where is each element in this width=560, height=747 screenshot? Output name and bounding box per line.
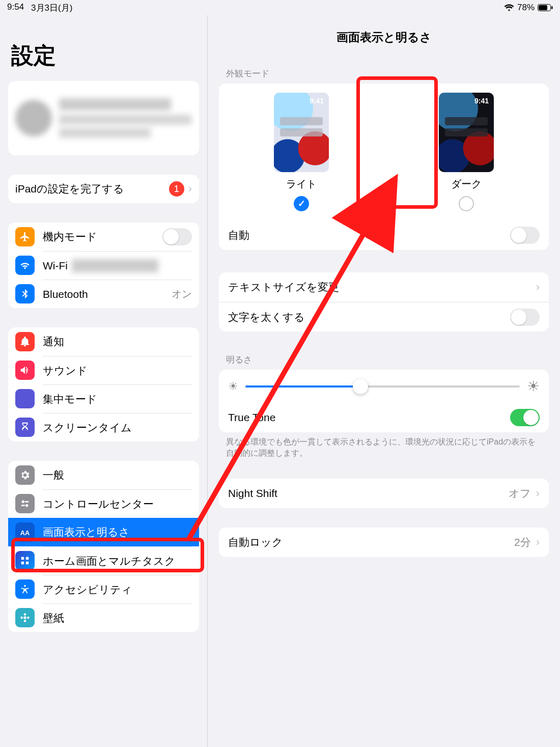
sun-max-icon: ☀︎ bbox=[527, 378, 540, 395]
truetone-footer: 異なる環境でも色が一貫して表示されるように、環境光の状況に応じてiPadの表示を… bbox=[226, 436, 542, 459]
bluetooth-icon bbox=[15, 284, 35, 303]
bold-text-row[interactable]: 文字を太くする bbox=[219, 302, 549, 331]
finish-setup-label: iPadの設定を完了する bbox=[15, 182, 124, 196]
battery-icon bbox=[538, 4, 553, 11]
auto-lock-row[interactable]: 自動ロック 2分 › bbox=[219, 528, 549, 557]
chevron-right-icon: › bbox=[536, 487, 540, 500]
user-name-redacted bbox=[59, 98, 171, 110]
chevron-right-icon: › bbox=[536, 281, 540, 294]
svg-point-16 bbox=[20, 617, 23, 619]
bell-icon bbox=[15, 332, 35, 351]
brightness-header: 明るさ bbox=[226, 354, 549, 366]
sidebar-item-airplane[interactable]: 機内モード bbox=[8, 223, 199, 251]
auto-appearance-row[interactable]: 自動 bbox=[219, 220, 549, 250]
svg-rect-9 bbox=[26, 557, 29, 560]
status-bar: 9:54 3月3日(月) 78% bbox=[0, 0, 560, 15]
sidebar-item-focus[interactable]: 集中モード bbox=[8, 384, 199, 413]
battery-percent: 78% bbox=[517, 3, 535, 13]
sidebar-item-accessibility[interactable]: アクセシビリティ bbox=[8, 575, 199, 603]
user-sub-redacted bbox=[59, 115, 191, 125]
text-size-row[interactable]: テキストサイズを変更 › bbox=[219, 272, 549, 302]
svg-point-12 bbox=[24, 585, 26, 587]
moon-icon bbox=[15, 389, 35, 408]
sidebar-item-screentime[interactable]: スクリーンタイム bbox=[8, 413, 199, 441]
avatar bbox=[15, 100, 52, 136]
svg-rect-4 bbox=[25, 501, 29, 503]
status-date: 3月3日(月) bbox=[31, 2, 72, 14]
sidebar-item-wifi[interactable]: Wi-Fi bbox=[8, 251, 199, 280]
speaker-icon bbox=[15, 361, 35, 380]
text-size-icon: AA bbox=[15, 522, 35, 542]
status-time: 9:54 bbox=[7, 2, 24, 14]
sidebar-item-wallpaper[interactable]: 壁紙 bbox=[8, 603, 199, 632]
sidebar-title: 設定 bbox=[11, 41, 199, 71]
sidebar-item-notifications[interactable]: 通知 bbox=[8, 327, 199, 356]
brightness-slider[interactable] bbox=[245, 385, 520, 388]
airplane-toggle[interactable] bbox=[162, 228, 192, 245]
truetone-toggle[interactable] bbox=[510, 409, 540, 426]
truetone-row[interactable]: True Tone bbox=[219, 403, 549, 432]
bluetooth-value: オン bbox=[172, 287, 192, 301]
hourglass-icon bbox=[15, 418, 35, 437]
detail-pane: 画面表示と明るさ 外観モード 9:41 ライト 9:41 ダー bbox=[208, 15, 560, 747]
dark-preview: 9:41 bbox=[439, 93, 494, 172]
bold-toggle[interactable] bbox=[510, 309, 540, 326]
appearance-option-light[interactable]: 9:41 ライト bbox=[274, 93, 329, 211]
settings-sidebar: 設定 iPadの設定を完了する 1 › 機内モード bbox=[0, 15, 208, 747]
auto-toggle[interactable] bbox=[510, 227, 540, 244]
flower-icon bbox=[15, 608, 35, 627]
svg-rect-11 bbox=[26, 562, 29, 565]
svg-rect-6 bbox=[21, 505, 25, 506]
chevron-right-icon: › bbox=[536, 536, 540, 549]
sidebar-item-general[interactable]: 一般 bbox=[8, 461, 199, 489]
sun-min-icon: ☀︎ bbox=[228, 380, 238, 393]
sidebar-item-sound[interactable]: サウンド bbox=[8, 356, 199, 384]
svg-rect-10 bbox=[21, 562, 24, 565]
grid-icon bbox=[15, 551, 35, 570]
wifi-network-redacted bbox=[72, 259, 158, 272]
dark-radio[interactable] bbox=[459, 196, 474, 211]
user-sub-redacted bbox=[59, 128, 151, 138]
light-radio[interactable] bbox=[294, 196, 309, 211]
sidebar-item-control-center[interactable]: コントロールセンター bbox=[8, 489, 199, 518]
svg-rect-2 bbox=[551, 6, 553, 9]
night-shift-row[interactable]: Night Shift オフ › bbox=[219, 479, 549, 508]
notification-badge: 1 bbox=[169, 181, 184, 197]
svg-point-14 bbox=[24, 613, 26, 616]
sidebar-item-bluetooth[interactable]: Bluetooth オン bbox=[8, 280, 199, 308]
svg-rect-1 bbox=[539, 5, 547, 10]
wifi-icon bbox=[15, 256, 35, 275]
accessibility-icon bbox=[15, 579, 35, 599]
sidebar-item-home-screen[interactable]: ホーム画面とマルチタスク bbox=[8, 546, 199, 575]
svg-point-17 bbox=[27, 617, 30, 619]
svg-point-3 bbox=[22, 501, 25, 504]
sidebar-item-display-brightness[interactable]: AA 画面表示と明るさ bbox=[8, 518, 199, 546]
brightness-slider-row[interactable]: ☀︎ ☀︎ bbox=[219, 370, 549, 403]
appearance-header: 外観モード bbox=[226, 68, 549, 79]
apple-id-card[interactable] bbox=[8, 81, 199, 155]
chevron-right-icon: › bbox=[188, 182, 192, 196]
svg-rect-8 bbox=[21, 557, 24, 560]
detail-title: 画面表示と明るさ bbox=[219, 30, 549, 45]
finish-setup-row[interactable]: iPadの設定を完了する 1 › bbox=[8, 175, 199, 203]
wifi-icon bbox=[504, 4, 514, 11]
gear-icon bbox=[15, 465, 35, 485]
svg-point-15 bbox=[24, 620, 26, 622]
toggles-icon bbox=[15, 494, 35, 513]
appearance-option-dark[interactable]: 9:41 ダーク bbox=[439, 93, 494, 211]
svg-point-5 bbox=[25, 504, 28, 507]
svg-text:AA: AA bbox=[20, 529, 30, 537]
light-preview: 9:41 bbox=[274, 93, 329, 172]
svg-point-13 bbox=[23, 616, 26, 619]
airplane-icon bbox=[15, 227, 35, 246]
